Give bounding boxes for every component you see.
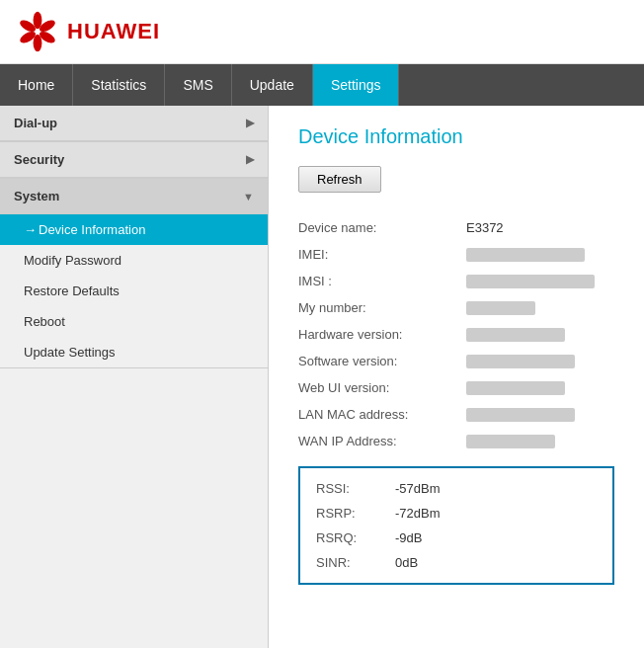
nav-settings[interactable]: Settings <box>313 64 400 106</box>
sidebar-section-dialup: Dial-up ▶ <box>0 106 268 142</box>
signal-box: RSSI:-57dBmRSRP:-72dBmRSRQ:-9dBSINR:0dB <box>298 466 614 585</box>
signal-row: RSRP:-72dBm <box>316 501 597 526</box>
sidebar-header-system[interactable]: System ▼ <box>0 179 268 214</box>
sidebar-item-restore-defaults[interactable]: Restore Defaults <box>0 276 268 306</box>
sidebar-security-label: Security <box>14 152 64 167</box>
signal-label: RSSI: <box>316 481 395 496</box>
info-value: E3372 <box>466 220 504 235</box>
signal-value: -9dB <box>395 530 422 545</box>
signal-rows: RSSI:-57dBmRSRP:-72dBmRSRQ:-9dBSINR:0dB <box>316 476 597 575</box>
info-label: Device name: <box>298 220 466 235</box>
info-label: IMSI : <box>298 274 466 288</box>
signal-label: RSRQ: <box>316 530 395 545</box>
info-row: WAN IP Address: <box>298 428 614 454</box>
sidebar-section-security: Security ▶ <box>0 142 268 179</box>
info-label: WAN IP Address: <box>298 434 466 448</box>
info-row: Hardware version: <box>298 321 614 348</box>
info-fields: Device name:E3372IMEI:IMSI :My number:Ha… <box>298 214 614 454</box>
info-value <box>466 328 565 342</box>
huawei-logo-icon <box>16 10 59 53</box>
signal-label: RSRP: <box>316 506 395 521</box>
signal-row: RSRQ:-9dB <box>316 526 597 550</box>
info-label: IMEI: <box>298 247 466 262</box>
info-row: Device name:E3372 <box>298 214 614 241</box>
info-row: IMSI : <box>298 268 614 294</box>
info-label: Web UI version: <box>298 380 466 395</box>
info-row: Web UI version: <box>298 374 614 401</box>
info-value <box>466 381 565 395</box>
info-row: Software version: <box>298 348 614 374</box>
signal-value: 0dB <box>395 555 418 570</box>
nav-home[interactable]: Home <box>0 64 73 106</box>
nav-update[interactable]: Update <box>232 64 313 106</box>
sidebar-system-arrow: ▼ <box>243 191 254 202</box>
info-label: Software version: <box>298 354 466 368</box>
main-layout: Dial-up ▶ Security ▶ System ▼ Device Inf… <box>0 106 644 648</box>
refresh-button[interactable]: Refresh <box>298 166 381 193</box>
nav-statistics[interactable]: Statistics <box>73 64 165 106</box>
info-label: Hardware version: <box>298 327 466 342</box>
navbar: Home Statistics SMS Update Settings <box>0 64 644 106</box>
sidebar-item-update-settings[interactable]: Update Settings <box>0 337 268 367</box>
signal-value: -57dBm <box>395 481 441 496</box>
sidebar-system-label: System <box>14 189 59 203</box>
info-value <box>466 301 535 315</box>
sidebar-header-dialup[interactable]: Dial-up ▶ <box>0 106 268 141</box>
sidebar-dialup-label: Dial-up <box>14 116 57 130</box>
nav-sms[interactable]: SMS <box>165 64 231 106</box>
signal-row: SINR:0dB <box>316 550 597 575</box>
info-value <box>466 408 575 422</box>
signal-value: -72dBm <box>395 506 441 521</box>
info-row: My number: <box>298 294 614 321</box>
info-value <box>466 435 555 448</box>
sidebar-header-security[interactable]: Security ▶ <box>0 142 268 178</box>
logo-text: HUAWEI <box>67 19 160 44</box>
info-value <box>466 248 585 262</box>
info-label: My number: <box>298 300 466 315</box>
content-area: Device Information Refresh Device name:E… <box>269 106 644 648</box>
info-row: LAN MAC address: <box>298 401 614 428</box>
sidebar-security-arrow: ▶ <box>246 153 254 166</box>
signal-row: RSSI:-57dBm <box>316 476 597 501</box>
info-row: IMEI: <box>298 241 614 268</box>
sidebar-item-reboot[interactable]: Reboot <box>0 306 268 337</box>
logo-container: HUAWEI <box>16 10 160 53</box>
sidebar-section-system: System ▼ Device Information Modify Passw… <box>0 179 268 368</box>
sidebar: Dial-up ▶ Security ▶ System ▼ Device Inf… <box>0 106 269 648</box>
sidebar-item-device-information[interactable]: Device Information <box>0 214 268 245</box>
page-title: Device Information <box>298 125 614 148</box>
info-value <box>466 275 595 288</box>
sidebar-dialup-arrow: ▶ <box>246 117 254 129</box>
info-value <box>466 355 575 368</box>
header: HUAWEI <box>0 0 644 64</box>
sidebar-item-modify-password[interactable]: Modify Password <box>0 245 268 276</box>
info-label: LAN MAC address: <box>298 407 466 422</box>
signal-label: SINR: <box>316 555 395 570</box>
